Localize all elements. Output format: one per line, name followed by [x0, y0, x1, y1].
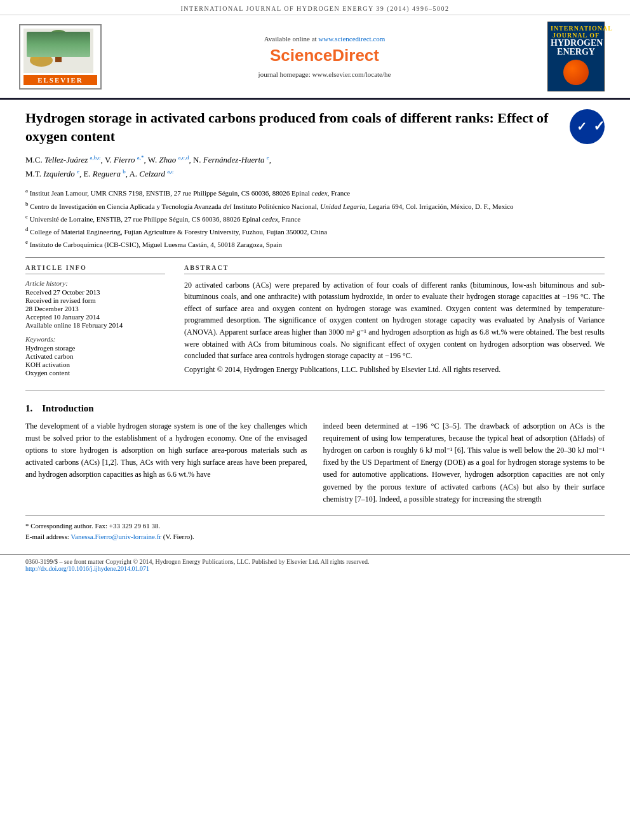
journal-homepage: journal homepage: www.elsevier.com/locat…	[114, 70, 535, 78]
intro-right: indeed been determined at −196 °C [3–5].…	[323, 420, 605, 505]
affiliations-block: a Institut Jean Lamour, UMR CNRS 7198, E…	[25, 186, 605, 250]
footnote-section: * Corresponding author. Fax: +33 329 29 …	[25, 515, 605, 542]
intro-left: The development of a viable hydrogen sto…	[25, 420, 307, 505]
intro-left-text: The development of a viable hydrogen sto…	[25, 420, 307, 481]
section-divider	[25, 257, 605, 258]
svg-point-3	[62, 39, 81, 57]
crossmark-badge: ✓	[570, 109, 605, 144]
affiliation-d: d College of Material Engineering, Fujia…	[25, 225, 605, 237]
available-online: Available online at www.sciencedirect.co…	[114, 35, 535, 43]
svg-point-1	[46, 30, 71, 53]
intro-right-text: indeed been determined at −196 °C [3–5].…	[323, 420, 605, 505]
history-label: Article history:	[25, 279, 165, 287]
introduction-section: 1. Introduction The development of a via…	[25, 403, 605, 505]
info-abstract-row: ARTICLE INFO Article history: Received 2…	[25, 264, 605, 377]
affiliation-b: b Centro de Investigación en Ciencia Apl…	[25, 199, 605, 212]
elsevier-logo: ELSEVIER	[19, 24, 102, 90]
body-divider	[25, 390, 605, 390]
article-info: ARTICLE INFO Article history: Received 2…	[25, 264, 165, 377]
bottom-bar: 0360-3199/$ – see front matter Copyright…	[0, 554, 630, 575]
issn-line: 0360-3199/$ – see front matter Copyright…	[25, 558, 605, 565]
section-number: 1.	[25, 403, 32, 413]
affiliation-e: e Instituto de Carboquímica (ICB-CSIC), …	[25, 237, 605, 250]
revised-label: Received in revised form	[25, 297, 165, 304]
available-date: Available online 18 February 2014	[25, 321, 165, 329]
received-date: Received 27 October 2013	[25, 288, 165, 296]
doi-link[interactable]: http://dx.doi.org/10.1016/j.ijhydene.201…	[25, 565, 149, 572]
keyword-3: KOH activation	[25, 361, 165, 368]
keyword-2: Activated carbon	[25, 352, 165, 360]
article-info-title: ARTICLE INFO	[25, 264, 165, 274]
copyright-text: Copyright © 2014, Hydrogen Energy Public…	[184, 365, 605, 375]
abstract-text: 20 activated carbons (ACs) were prepared…	[184, 279, 605, 362]
intro-columns: The development of a viable hydrogen sto…	[25, 420, 605, 505]
journal-header: International Journal of Hydrogen Energy…	[0, 0, 630, 15]
svg-text:✓: ✓	[577, 120, 587, 133]
email-link[interactable]: Vanessa.Fierro@univ-lorraine.fr	[70, 533, 161, 540]
svg-point-7	[29, 50, 41, 61]
affiliation-c: c Université de Lorraine, ENSTIB, 27 rue…	[25, 212, 605, 225]
accepted-date: Accepted 10 January 2014	[25, 313, 165, 321]
section-heading: 1. Introduction	[25, 403, 605, 414]
top-banner: ELSEVIER Available online at www.science…	[0, 15, 630, 100]
abstract-section: ABSTRACT 20 activated carbons (ACs) were…	[184, 264, 605, 377]
journal-name: International Journal of Hydrogen Energy…	[180, 5, 449, 12]
email-address: E-mail address: Vanessa.Fierro@univ-lorr…	[25, 531, 605, 542]
authors-block: M.C. Tellez-Juárez a,b,c, V. Fierro a,*,…	[25, 153, 605, 181]
keywords-label: Keywords:	[25, 335, 165, 343]
keyword-4: Oxygen content	[25, 369, 165, 377]
article-title: Hydrogen storage in activated carbons pr…	[25, 110, 548, 144]
keywords-section: Keywords: Hydrogen storage Activated car…	[25, 335, 165, 377]
sciencedirect-logo: ScienceDirect	[114, 46, 535, 65]
svg-rect-4	[55, 53, 62, 62]
revised-date: 28 December 2013	[25, 305, 165, 312]
svg-rect-0	[23, 29, 93, 73]
hydrogen-energy-logo: INTERNATIONAL JOURNAL OF HYDROGEN ENERGY	[547, 22, 611, 91]
affiliation-a: a Institut Jean Lamour, UMR CNRS 7198, E…	[25, 186, 605, 199]
content-area: Hydrogen storage in activated carbons pr…	[0, 100, 630, 548]
abstract-title: ABSTRACT	[184, 264, 605, 274]
sciencedirect-link[interactable]: www.sciencedirect.com	[318, 35, 385, 43]
section-label: Introduction	[42, 403, 93, 413]
article-title-block: Hydrogen storage in activated carbons pr…	[25, 109, 605, 145]
keyword-1: Hydrogen storage	[25, 344, 165, 352]
svg-point-2	[36, 39, 55, 57]
center-section: Available online at www.sciencedirect.co…	[102, 35, 547, 78]
doi-line: http://dx.doi.org/10.1016/j.ijhydene.201…	[25, 565, 605, 572]
corresponding-author: * Corresponding author. Fax: +33 329 29 …	[25, 521, 605, 531]
